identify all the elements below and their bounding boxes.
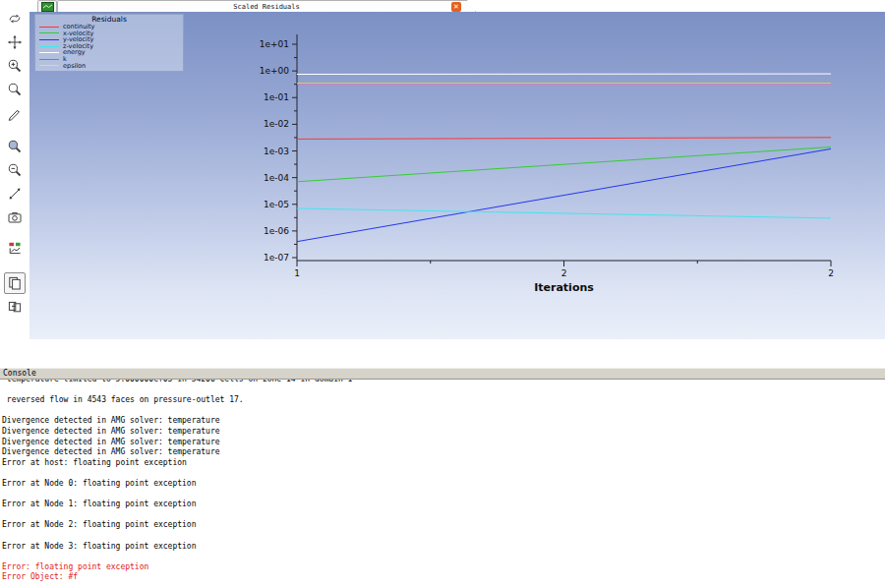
console-line: Divergence detected in AMG solver: tempe… <box>2 438 885 448</box>
console-line: Error at Node 0: floating point exceptio… <box>2 479 885 490</box>
tab-scaled-residuals[interactable]: Scaled Residuals ✕ <box>57 0 476 12</box>
zoom-out-icon <box>7 162 23 178</box>
svg-text:1e-03: 1e-03 <box>264 147 289 156</box>
legend-item: energy <box>39 49 179 56</box>
probe-button[interactable] <box>4 102 26 124</box>
legend-item: k <box>39 56 179 63</box>
svg-text:1e-05: 1e-05 <box>264 200 289 209</box>
svg-text:1e-07: 1e-07 <box>264 253 289 263</box>
graphics-area: Scaled Residuals ✕ 1e+011e+001e-011e-021… <box>0 0 885 368</box>
legend-item: z-velocity <box>39 43 179 50</box>
magnify-button[interactable] <box>4 136 26 157</box>
orbit-icon <box>7 11 23 27</box>
svg-text:1e-06: 1e-06 <box>264 226 289 236</box>
pan-button[interactable] <box>4 31 26 53</box>
console-line: Divergence detected in AMG solver: tempe… <box>2 416 885 427</box>
fit-to-window-button[interactable] <box>4 183 26 205</box>
console-line <box>2 468 885 479</box>
tab-title: Scaled Residuals <box>233 3 299 11</box>
svg-text:1e-04: 1e-04 <box>264 173 289 183</box>
console-line <box>2 385 885 396</box>
legend-item: y-velocity <box>39 36 179 43</box>
console-pane: Console temperature limited to 5.000000e… <box>0 368 885 588</box>
console-line <box>2 510 885 521</box>
svg-text:1e+01: 1e+01 <box>260 39 289 49</box>
console-line <box>2 531 885 542</box>
fit-arrows-icon <box>7 186 23 202</box>
copy-window-button[interactable] <box>4 272 26 294</box>
console-line: Error at Node 2: floating point exceptio… <box>2 520 885 531</box>
pan-icon <box>7 34 23 50</box>
monitor-mini-tab[interactable] <box>37 0 57 12</box>
legend-line-sample <box>39 27 59 28</box>
console-header[interactable]: Console <box>0 368 885 380</box>
console-line: Error at Node 1: floating point exceptio… <box>2 500 885 510</box>
console-error-line: Error: floating point exception <box>2 562 885 573</box>
console-line <box>2 552 885 562</box>
legend-item: continuity <box>39 24 179 30</box>
legend-line-sample <box>39 46 59 47</box>
svg-text:1e+00: 1e+00 <box>260 66 290 76</box>
console-line: Error at host: floating point exception <box>2 458 885 469</box>
rotate-view-button[interactable] <box>4 8 26 29</box>
curve-attributes-button[interactable] <box>4 237 26 259</box>
console-line <box>2 406 885 417</box>
curves-icon <box>7 240 23 256</box>
snapshot-button[interactable] <box>4 206 26 228</box>
paste-window-button[interactable] <box>4 296 26 318</box>
legend-item: x-velocity <box>39 30 179 37</box>
console-body[interactable]: temperature limited to 5.000000e+03 in 5… <box>0 380 885 588</box>
zoom-box-icon <box>7 82 23 97</box>
console-title: Console <box>3 369 36 378</box>
svg-text:2: 2 <box>828 268 834 278</box>
zoom-in-icon <box>7 58 23 74</box>
link-icon <box>7 299 23 315</box>
monitor-icon <box>41 2 54 12</box>
zoom-box-button[interactable] <box>4 79 26 100</box>
legend-rows: continuityx-velocityy-velocityz-velocity… <box>39 24 179 69</box>
legend-line-sample <box>39 32 59 33</box>
legend-label: epsilon <box>63 63 86 70</box>
camera-icon <box>7 209 23 225</box>
svg-text:1e-01: 1e-01 <box>264 92 289 102</box>
legend-title: Residuals <box>39 16 179 24</box>
zoom-in-button[interactable] <box>4 55 26 77</box>
copy-icon <box>7 275 23 291</box>
tab-strip: Scaled Residuals ✕ <box>30 0 476 12</box>
console-line: reversed flow in 4543 faces on pressure-… <box>2 395 885 406</box>
plot-window[interactable]: 1e+011e+001e-011e-021e-031e-041e-051e-06… <box>30 12 885 339</box>
legend-line-sample <box>39 39 59 40</box>
console-line: Divergence detected in AMG solver: tempe… <box>2 447 885 458</box>
svg-text:Iterations: Iterations <box>534 281 594 294</box>
console-error-line: Error Object: #f <box>2 572 885 583</box>
legend-line-sample <box>39 59 59 60</box>
svg-text:2: 2 <box>561 268 567 278</box>
console-line: Error at Node 3: floating point exceptio… <box>2 542 885 553</box>
svg-text:1: 1 <box>294 268 300 278</box>
svg-text:1e-02: 1e-02 <box>264 119 289 129</box>
close-icon[interactable]: ✕ <box>451 2 461 12</box>
chart-legend: Residuals continuityx-velocityy-velocity… <box>34 14 184 72</box>
pencil-icon <box>7 105 23 121</box>
legend-line-sample <box>39 52 59 53</box>
legend-item: epsilon <box>39 63 179 70</box>
left-toolbar <box>0 8 30 320</box>
zoom-out-button[interactable] <box>4 159 26 181</box>
legend-line-sample <box>39 65 59 66</box>
console-line <box>2 490 885 500</box>
console-line: Divergence detected in AMG solver: tempe… <box>2 427 885 438</box>
zoom-area-icon <box>7 139 23 154</box>
